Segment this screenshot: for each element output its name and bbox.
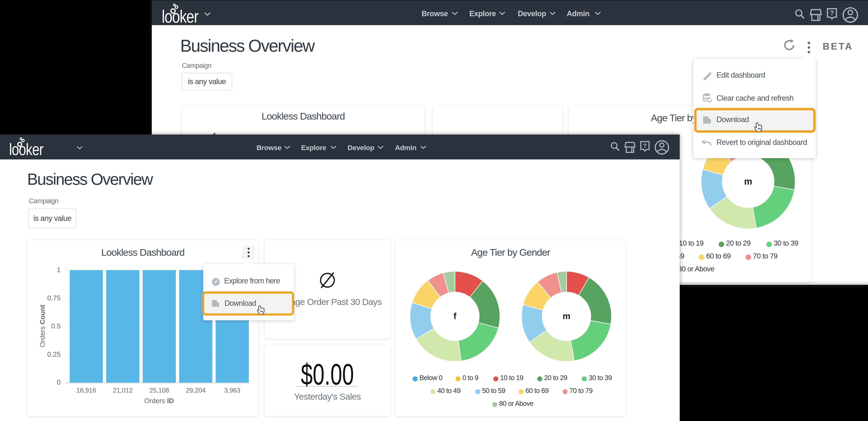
svg-text:?: ? — [830, 9, 834, 17]
svg-text:?: ? — [643, 142, 647, 149]
